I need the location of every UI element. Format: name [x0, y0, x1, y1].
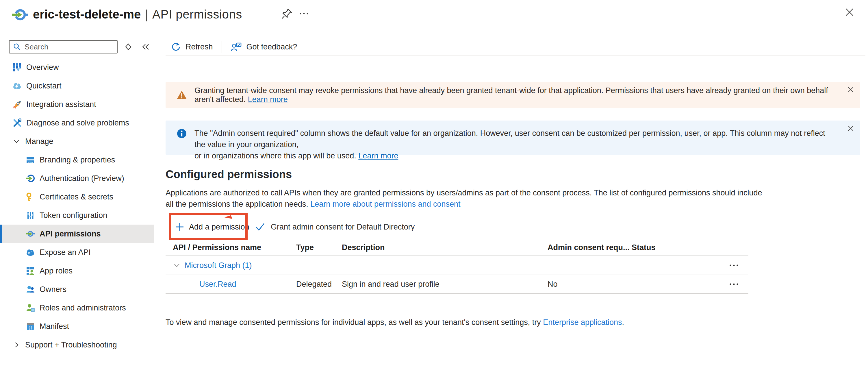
expose-api-icon — [26, 248, 35, 257]
sidebar-item-label: Owners — [39, 285, 66, 294]
refresh-label: Refresh — [186, 42, 213, 52]
footer-text: To view and manage consented permissions… — [165, 318, 543, 327]
column-header-admin-consent: Admin consent requ... — [548, 243, 632, 252]
refresh-button[interactable]: Refresh — [171, 42, 213, 52]
chevron-down-icon — [13, 137, 20, 145]
pin-icon[interactable] — [281, 7, 293, 20]
permission-name-link[interactable]: User.Read — [199, 280, 236, 288]
warning-icon — [177, 90, 187, 100]
table-row-api-group: Microsoft Graph (1) — [165, 256, 748, 275]
table-header-row: API / Permissions name Type Description … — [165, 239, 748, 256]
sidebar-item-label: App roles — [39, 267, 72, 275]
sidebar-item-overview[interactable]: Overview — [0, 58, 154, 76]
toolbar-divider-line — [165, 56, 865, 56]
roles-administrators-icon — [26, 304, 35, 312]
sidebar-item-label: Support + Troubleshooting — [25, 341, 117, 349]
description-line1: Applications are authorized to call APIs… — [165, 188, 762, 197]
sidebar-item-app-roles[interactable]: App roles — [0, 261, 154, 280]
info-close-icon[interactable] — [847, 125, 855, 132]
api-group-link[interactable]: Microsoft Graph (1) — [185, 261, 252, 270]
permission-type-cell: Delegated — [294, 280, 342, 289]
api-permissions-icon — [26, 229, 35, 238]
grant-admin-consent-button[interactable]: Grant admin consent for Default Director… — [255, 219, 415, 235]
toolbar-divider — [222, 41, 222, 53]
sidebar-item-label: Authentication (Preview) — [39, 174, 124, 183]
permission-description-cell: Sign in and read user profile — [342, 280, 548, 289]
info-banner: The "Admin consent required" column show… — [165, 121, 860, 155]
sliders-icon — [26, 211, 35, 220]
sidebar-item-roles-administrators[interactable]: Roles and administrators — [0, 299, 154, 317]
sidebar-item-diagnose[interactable]: Diagnose and solve problems — [0, 114, 154, 132]
refresh-icon — [171, 42, 181, 52]
sidebar-item-quickstart[interactable]: Quickstart — [0, 76, 154, 95]
row-ellipsis-icon — [729, 263, 739, 268]
row-menu-button[interactable] — [719, 282, 748, 286]
column-header-api-permissions-name: API / Permissions name — [165, 243, 294, 252]
sidebar-item-branding[interactable]: www Branding & properties — [0, 151, 154, 169]
sidebar-item-label: Certificates & secrets — [39, 192, 113, 202]
expand-collapse-chevron-icon[interactable] — [174, 262, 180, 269]
sidebar-item-support-troubleshooting[interactable]: Support + Troubleshooting — [0, 336, 154, 354]
warning-banner: Granting tenant-wide consent may revoke … — [165, 82, 860, 108]
sidebar-item-label: Manage — [25, 137, 54, 146]
feedback-label: Got feedback? — [246, 42, 297, 52]
tools-icon — [13, 119, 21, 127]
sidebar-item-manage[interactable]: Manage — [0, 132, 154, 151]
collapse-sidebar-icon[interactable] — [141, 42, 150, 52]
rocket-icon — [13, 100, 21, 109]
expander-icon[interactable] — [124, 42, 133, 52]
close-blade-icon[interactable] — [844, 6, 855, 18]
sidebar-item-authentication[interactable]: Authentication (Preview) — [0, 169, 154, 188]
sidebar-item-expose-api[interactable]: Expose an API — [0, 243, 154, 261]
search-input[interactable] — [25, 42, 111, 52]
footer-period: . — [622, 318, 624, 327]
app-name: eric-test-delete-me — [33, 7, 141, 21]
permissions-consent-link[interactable]: Learn more about permissions and consent — [310, 200, 460, 208]
app-roles-icon — [26, 267, 35, 275]
warning-learn-more-link[interactable]: Learn more — [248, 95, 288, 104]
api-permissions-blade: eric-test-delete-me | API permissions — [0, 0, 868, 370]
column-header-description: Description — [342, 243, 548, 252]
enterprise-applications-link[interactable]: Enterprise applications — [543, 318, 622, 327]
section-title: Configured permissions — [165, 168, 292, 181]
sidebar-item-label: Overview — [26, 63, 59, 72]
sidebar-item-certificates[interactable]: Certificates & secrets — [0, 188, 154, 206]
warning-message: Granting tenant-wide consent may revoke … — [194, 86, 828, 104]
search-icon — [13, 43, 21, 51]
row-menu-button[interactable] — [719, 263, 748, 268]
sidebar-item-label: API permissions — [39, 229, 101, 239]
description-line2: all the permissions the application need… — [165, 200, 308, 208]
section-description: Applications are authorized to call APIs… — [165, 187, 762, 210]
info-learn-more-link[interactable]: Learn more — [358, 151, 398, 160]
info-message-line2: or in organizations where this app will … — [194, 151, 356, 160]
quickstart-icon — [13, 82, 21, 90]
sidebar-item-label: Quickstart — [26, 82, 62, 90]
sidebar-item-label: Diagnose and solve problems — [26, 119, 129, 127]
warning-close-icon[interactable] — [847, 86, 855, 93]
feedback-button[interactable]: Got feedback? — [231, 42, 297, 52]
info-icon — [177, 128, 187, 139]
info-text: The "Admin consent required" column show… — [194, 128, 837, 162]
sidebar-item-integration-assistant[interactable]: Integration assistant — [0, 95, 154, 114]
column-header-type: Type — [294, 243, 342, 252]
add-permission-label: Add a permission — [189, 223, 249, 232]
sidebar-item-manifest[interactable]: { } Manifest — [0, 317, 154, 336]
owners-icon — [26, 285, 35, 294]
key-icon — [26, 192, 35, 201]
sidebar-item-label: Integration assistant — [26, 100, 96, 109]
add-permission-button[interactable]: Add a permission — [176, 219, 249, 235]
sidebar-item-token-configuration[interactable]: Token configuration — [0, 206, 154, 225]
sidebar-nav: Overview Quickstart Integratio — [0, 58, 154, 354]
plus-icon — [176, 223, 184, 231]
feedback-icon — [231, 42, 242, 52]
checkmark-icon — [255, 223, 265, 231]
title-separator: | — [145, 7, 148, 22]
footer-note: To view and manage consented permissions… — [165, 318, 624, 327]
sidebar-item-api-permissions[interactable]: API permissions — [0, 225, 154, 243]
sidebar-item-label: Expose an API — [39, 248, 91, 257]
more-commands-icon[interactable] — [298, 9, 310, 19]
sidebar-item-owners[interactable]: Owners — [0, 280, 154, 299]
sidebar-item-label: Token configuration — [39, 211, 107, 220]
sidebar-search — [9, 40, 118, 54]
page-title: eric-test-delete-me | API permissions — [33, 6, 242, 23]
